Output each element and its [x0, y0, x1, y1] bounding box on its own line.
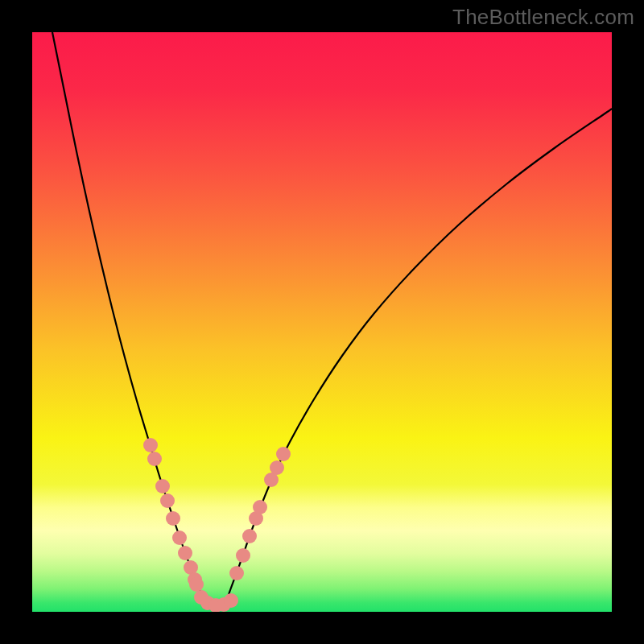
bottleneck-curves — [32, 32, 612, 612]
data-marker — [160, 493, 175, 508]
chart-frame: TheBottleneck.com — [0, 0, 644, 644]
data-marker — [178, 546, 192, 560]
data-marker — [147, 452, 162, 466]
data-marker — [224, 593, 238, 608]
data-marker — [276, 447, 291, 461]
data-marker — [155, 479, 170, 493]
data-marker — [242, 529, 257, 543]
data-marker — [166, 511, 180, 526]
watermark-text: TheBottleneck.com — [452, 5, 634, 30]
data-marker — [229, 566, 244, 580]
data-marker — [236, 548, 250, 563]
right-curve — [225, 109, 612, 604]
plot-area — [32, 32, 612, 612]
data-marker — [172, 530, 187, 545]
curve-markers — [143, 438, 291, 612]
data-marker — [253, 500, 267, 514]
data-marker — [189, 577, 204, 592]
data-marker — [143, 438, 158, 452]
left-curve — [52, 32, 205, 604]
data-marker — [270, 460, 284, 475]
